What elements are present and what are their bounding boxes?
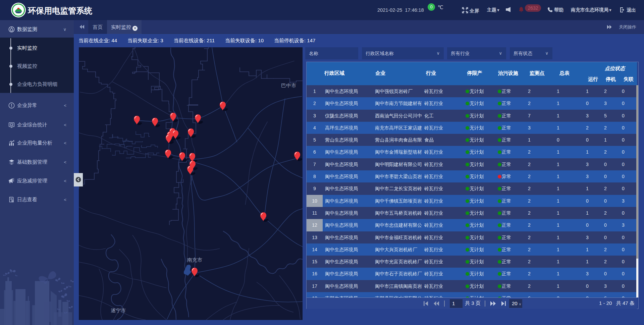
svg-text:巴中市: 巴中市 [281, 83, 296, 88]
svg-text:南充市: 南充市 [187, 257, 202, 263]
svg-text:遂宁市: 遂宁市 [111, 308, 126, 313]
